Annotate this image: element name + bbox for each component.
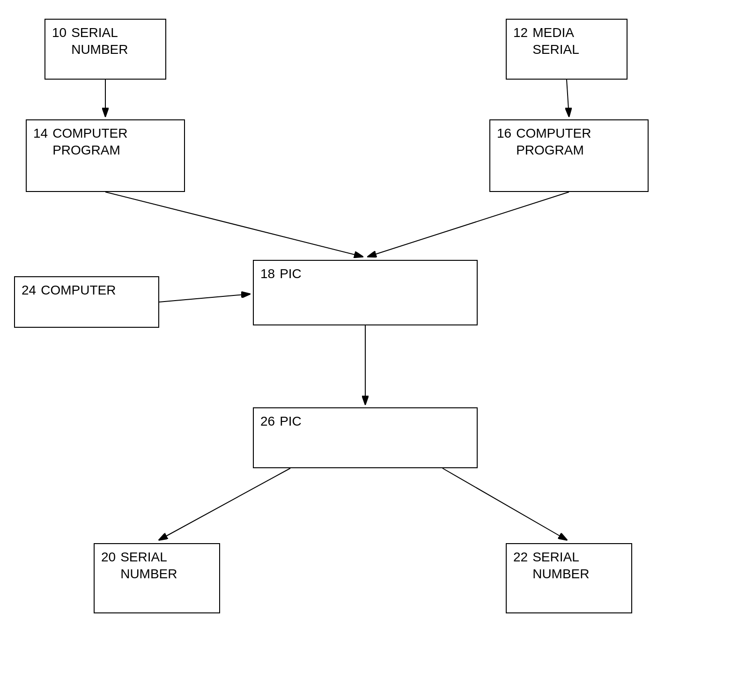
- box-16: 16 COMPUTER PROGRAM: [489, 119, 649, 192]
- box-24-label: COMPUTER: [41, 282, 116, 299]
- box-20-label: SERIAL NUMBER: [120, 549, 177, 583]
- box-20-num: 20: [101, 549, 116, 566]
- box-22-num: 22: [513, 549, 528, 566]
- box-22: 22 SERIAL NUMBER: [506, 543, 632, 613]
- box-12-label: MEDIA SERIAL: [532, 24, 579, 59]
- diagram-container: 10 SERIAL NUMBER 12 MEDIA SERIAL 14 COMP…: [0, 0, 731, 700]
- arrow-16-18: [368, 192, 569, 257]
- arrow-24-18: [159, 294, 250, 302]
- box-12: 12 MEDIA SERIAL: [506, 19, 628, 80]
- box-18: 18 PIC: [253, 260, 478, 325]
- box-16-label: COMPUTER PROGRAM: [516, 125, 591, 159]
- box-16-num: 16: [497, 125, 511, 142]
- box-24: 24 COMPUTER: [14, 276, 159, 328]
- box-18-label: PIC: [280, 265, 302, 282]
- box-12-num: 12: [513, 24, 528, 41]
- box-20: 20 SERIAL NUMBER: [94, 543, 220, 613]
- arrow-26-20: [159, 468, 290, 540]
- box-10: 10 SERIAL NUMBER: [44, 19, 166, 80]
- box-24-num: 24: [22, 282, 36, 299]
- box-14-num: 14: [33, 125, 48, 142]
- arrow-12-16: [567, 80, 569, 116]
- box-22-label: SERIAL NUMBER: [532, 549, 589, 583]
- box-18-num: 18: [260, 265, 275, 282]
- box-26: 26 PIC: [253, 407, 478, 468]
- arrow-14-18: [105, 192, 362, 257]
- box-26-num: 26: [260, 413, 275, 430]
- box-10-num: 10: [52, 24, 66, 41]
- arrow-26-22: [443, 468, 567, 540]
- box-10-label: SERIAL NUMBER: [71, 24, 128, 59]
- box-14-label: COMPUTER PROGRAM: [52, 125, 127, 159]
- box-14: 14 COMPUTER PROGRAM: [26, 119, 185, 192]
- box-26-label: PIC: [280, 413, 302, 430]
